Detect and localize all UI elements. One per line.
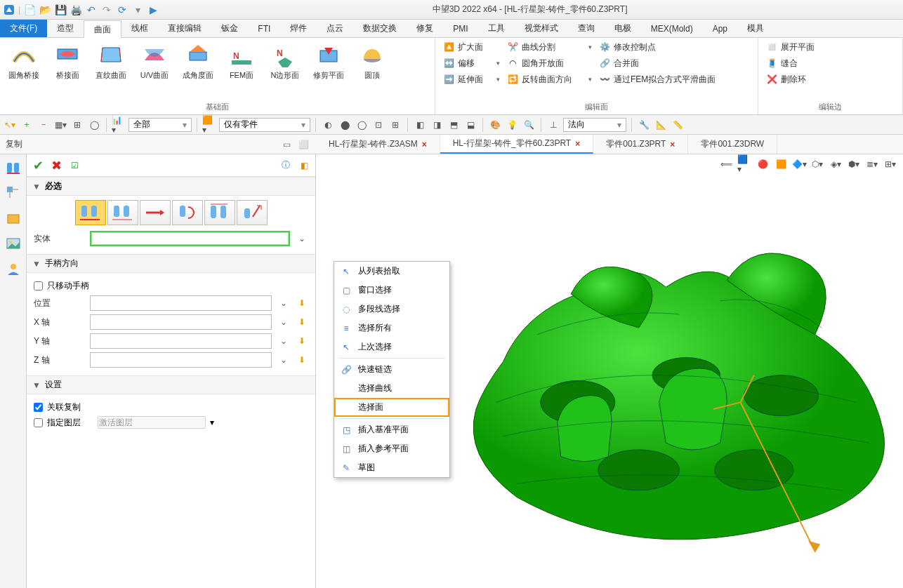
doc-tab-1[interactable]: HL-行星架-铸件_零件60.Z3PRT×: [440, 135, 594, 154]
tab-pmi[interactable]: PMI: [443, 20, 477, 37]
doc-tab-0[interactable]: HL-行星架-铸件.Z3ASM×: [316, 135, 440, 154]
tab-fti[interactable]: FTI: [248, 20, 280, 37]
add-icon[interactable]: ＋: [20, 118, 34, 132]
t3-icon[interactable]: ◯: [355, 118, 369, 132]
btn-nside-surface[interactable]: NN边形面: [265, 39, 305, 82]
btn-dome[interactable]: 圆顶: [352, 39, 392, 82]
t10-icon[interactable]: 🎨: [488, 118, 502, 132]
t12-icon[interactable]: 🔍: [522, 118, 536, 132]
dropdown-icon[interactable]: ▾: [131, 4, 144, 16]
btn-uv-surface[interactable]: U/V曲面: [135, 39, 174, 82]
qat-sep: |: [18, 5, 20, 15]
row-unfold-plane[interactable]: ◻️展开平面: [763, 39, 826, 55]
tab-direct-edit[interactable]: 直接编辑: [158, 20, 211, 37]
row-offset[interactable]: ↔️偏移▾: [440, 55, 503, 71]
row-fem-smooth[interactable]: 〰️通过FEM拟合方式平滑曲面: [595, 72, 736, 87]
close-icon[interactable]: ×: [670, 140, 675, 149]
t8-icon[interactable]: ⬒: [447, 118, 461, 132]
filter-scope-dropdown[interactable]: 全部▾: [128, 118, 192, 132]
filter3-icon[interactable]: ◯: [87, 118, 101, 132]
tab-app[interactable]: App: [703, 20, 737, 37]
filter-direction-dropdown[interactable]: 法向▾: [563, 118, 626, 132]
filter1-icon[interactable]: ▦▾: [53, 118, 67, 132]
normal-icon[interactable]: ⊥: [546, 118, 560, 132]
open-icon[interactable]: 📂: [39, 4, 51, 16]
tab-sheetmetal[interactable]: 钣金: [211, 20, 248, 37]
t5-icon[interactable]: ⊞: [388, 118, 402, 132]
panel-max-icon[interactable]: ⬜: [296, 138, 310, 152]
tab-mexmold[interactable]: MEX(Mold): [641, 20, 703, 37]
tab-pointcloud[interactable]: 点云: [317, 20, 353, 37]
tab-weld[interactable]: 焊件: [280, 20, 317, 37]
tab-electrode[interactable]: 电极: [605, 20, 641, 37]
window-title: 中望3D 2022 x64 - [HL-行星架-铸件_零件60.Z3PRT]: [159, 4, 900, 15]
svg-rect-5: [190, 52, 206, 60]
document-tabs: HL-行星架-铸件.Z3ASM× HL-行星架-铸件_零件60.Z3PRT× 零…: [316, 135, 903, 154]
row-curve-split[interactable]: ✂️曲线分割▾: [503, 39, 595, 55]
select-arrow-icon[interactable]: ↖▾: [3, 118, 17, 132]
tab-mold[interactable]: 模具: [737, 20, 774, 37]
group-basic-surface: 圆角桥接 桥接面 直纹曲面 U/V曲面 成角度面 NFEM面 NN边形面 修剪平…: [0, 38, 435, 114]
t13-icon[interactable]: 🔧: [637, 118, 651, 132]
row-delete-loop[interactable]: ❌删除环: [763, 72, 826, 87]
tab-exchange[interactable]: 数据交换: [353, 20, 407, 37]
doc-tab-2[interactable]: 零件001.Z3PRT×: [593, 135, 688, 154]
operation-title: 复制: [6, 138, 279, 150]
row-flip-surface[interactable]: 🔁反转曲面方向▾: [503, 72, 595, 87]
svg-rect-7: [232, 60, 251, 65]
t9-icon[interactable]: ⬓: [463, 118, 477, 132]
btn-ruled-surface[interactable]: 直纹曲面: [91, 39, 131, 82]
ribbon-body: 圆角桥接 桥接面 直纹曲面 U/V曲面 成角度面 NFEM面 NN边形面 修剪平…: [0, 38, 903, 115]
btn-fem-surface[interactable]: NFEM面: [222, 39, 261, 82]
close-icon[interactable]: ×: [422, 140, 427, 149]
subtract-icon[interactable]: －: [37, 118, 51, 132]
filter-funnel-icon[interactable]: 📊▾: [112, 118, 126, 132]
btn-fillet-bridge[interactable]: 圆角桥接: [4, 39, 44, 82]
group-edit-edge: ◻️展开平面 🧵缝合 ❌删除环 编辑边: [758, 38, 903, 114]
t15-icon[interactable]: 📏: [671, 118, 685, 132]
btn-bridge-surface[interactable]: 桥接面: [48, 39, 87, 82]
tab-query[interactable]: 查询: [568, 20, 605, 37]
app-icon: [3, 4, 15, 16]
refresh-icon[interactable]: ⟳: [116, 4, 128, 16]
group-edit-surface: 🔼扩大面 ↔️偏移▾ ➡️延伸面▾ ✂️曲线分割▾ ◠圆角开放面 🔁反转曲面方向…: [435, 38, 758, 114]
print-icon[interactable]: 🖨️: [70, 4, 82, 16]
t4-icon[interactable]: ⊡: [371, 118, 385, 132]
quick-access-toolbar: | 📄 📂 💾 🖨️ ↶ ↷ ⟳ ▾ ▶: [3, 4, 159, 16]
t6-icon[interactable]: ◧: [413, 118, 427, 132]
undo-icon[interactable]: ↶: [85, 4, 98, 16]
row-modify-ctrl[interactable]: ⚙️修改控制点: [595, 39, 694, 55]
t11-icon[interactable]: 💡: [505, 118, 519, 132]
play-icon[interactable]: ▶: [147, 4, 159, 16]
redo-icon[interactable]: ↷: [100, 4, 113, 16]
close-icon[interactable]: ×: [575, 139, 580, 149]
new-icon[interactable]: 📄: [23, 4, 36, 16]
row-extend[interactable]: ➡️延伸面▾: [440, 72, 503, 87]
row-enlarge[interactable]: 🔼扩大面: [440, 39, 503, 55]
tab-wireframe[interactable]: 线框: [121, 20, 158, 37]
operation-title-bar: 复制 ▭ ⬜: [0, 135, 316, 154]
row-fillet-open[interactable]: ◠圆角开放面: [503, 55, 595, 71]
t7-icon[interactable]: ◨: [430, 118, 444, 132]
t14-icon[interactable]: 📐: [654, 118, 668, 132]
panel-min-icon[interactable]: ▭: [279, 138, 294, 152]
filter2-icon[interactable]: ⊞: [70, 118, 84, 132]
tab-tools[interactable]: 工具: [478, 20, 515, 37]
tab-file[interactable]: 文件(F): [0, 20, 47, 37]
tab-repair[interactable]: 修复: [407, 20, 443, 37]
filter-parts-dropdown[interactable]: 仅有零件▾: [219, 118, 310, 132]
doc-tab-3[interactable]: 零件001.Z3DRW: [688, 135, 777, 154]
btn-trim-plane[interactable]: 修剪平面: [309, 39, 348, 82]
t2-icon[interactable]: ⬤: [338, 118, 352, 132]
row-sew[interactable]: 🧵缝合: [763, 55, 826, 71]
t1-icon[interactable]: ◐: [321, 118, 335, 132]
btn-angle-surface[interactable]: 成角度面: [178, 39, 218, 82]
tab-surface[interactable]: 曲面: [84, 20, 121, 38]
save-icon[interactable]: 💾: [54, 4, 67, 16]
cube-icon[interactable]: 🟧▾: [202, 118, 216, 132]
row-merge-face[interactable]: 🔗合并面: [595, 55, 694, 71]
tab-visual[interactable]: 视觉样式: [515, 20, 568, 37]
sep4: [407, 118, 408, 132]
tab-modeling[interactable]: 造型: [47, 20, 84, 37]
group-label-editface: 编辑面: [440, 100, 753, 114]
